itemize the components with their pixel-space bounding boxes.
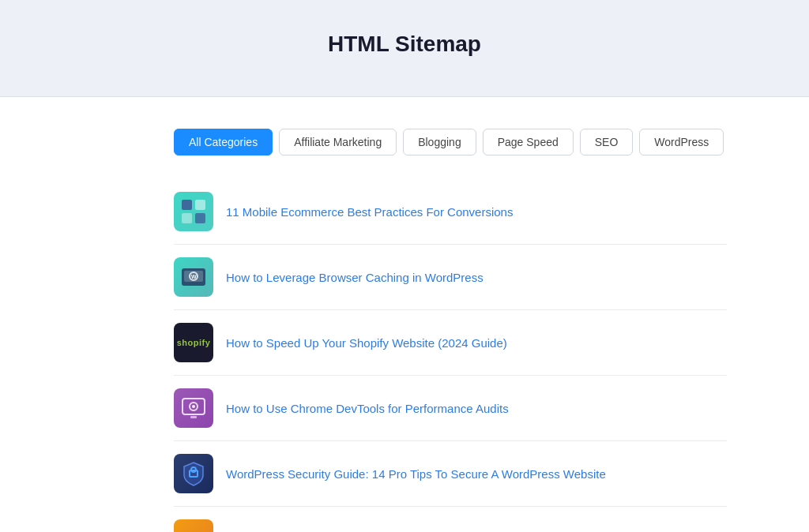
- filter-seo[interactable]: SEO: [580, 129, 634, 155]
- svg-rect-2: [182, 213, 192, 223]
- article-title[interactable]: WordPress Security Guide: 14 Pro Tips To…: [226, 466, 606, 482]
- filter-wordpress[interactable]: WordPress: [639, 129, 724, 155]
- article-thumbnail: [174, 388, 213, 428]
- page-title: HTML Sitemap: [16, 32, 793, 57]
- filter-blogging[interactable]: Blogging: [403, 129, 476, 155]
- article-title[interactable]: How to Use Chrome DevTools for Performan…: [226, 400, 509, 417]
- articles-list: 11 Mobile Ecommerce Best Practices For C…: [174, 179, 727, 532]
- svg-point-10: [192, 405, 195, 408]
- article-thumbnail: [174, 192, 213, 231]
- article-title[interactable]: 11 Mobile Ecommerce Best Practices For C…: [226, 204, 513, 220]
- main-content: All Categories Affiliate Marketing Blogg…: [0, 97, 809, 532]
- article-title[interactable]: How to Leverage Browser Caching in WordP…: [226, 269, 484, 286]
- article-thumbnail: shopify: [174, 323, 213, 362]
- list-item[interactable]: How to Use Chrome DevTools for Performan…: [174, 376, 727, 441]
- article-title[interactable]: How to Speed Up Your Shopify Website (20…: [226, 335, 507, 351]
- list-item[interactable]: 11 Mobile Ecommerce Best Practices For C…: [174, 179, 727, 245]
- svg-rect-0: [182, 200, 192, 210]
- list-item[interactable]: W How to Leverage Browser Caching in Wor…: [174, 245, 727, 310]
- article-thumbnail: [174, 454, 213, 493]
- list-item[interactable]: WordPress Security Guide: 14 Pro Tips To…: [174, 441, 727, 507]
- shopify-label: shopify: [177, 338, 211, 347]
- svg-rect-1: [195, 200, 205, 210]
- filter-affiliate-marketing[interactable]: Affiliate Marketing: [279, 129, 397, 155]
- filter-all-categories[interactable]: All Categories: [174, 129, 273, 155]
- list-item[interactable]: shopify How to Speed Up Your Shopify Web…: [174, 310, 727, 376]
- article-thumbnail: 🛡 !: [174, 519, 213, 532]
- list-item[interactable]: 🛡 ! 6 Best WordPress Malware Scanner: [174, 507, 727, 532]
- article-thumbnail: W: [174, 257, 213, 297]
- svg-rect-11: [190, 416, 197, 418]
- filter-page-speed[interactable]: Page Speed: [483, 129, 574, 155]
- svg-text:W: W: [191, 274, 197, 279]
- hero-header: HTML Sitemap: [0, 0, 809, 97]
- filter-bar: All Categories Affiliate Marketing Blogg…: [174, 129, 793, 155]
- svg-rect-3: [195, 213, 205, 223]
